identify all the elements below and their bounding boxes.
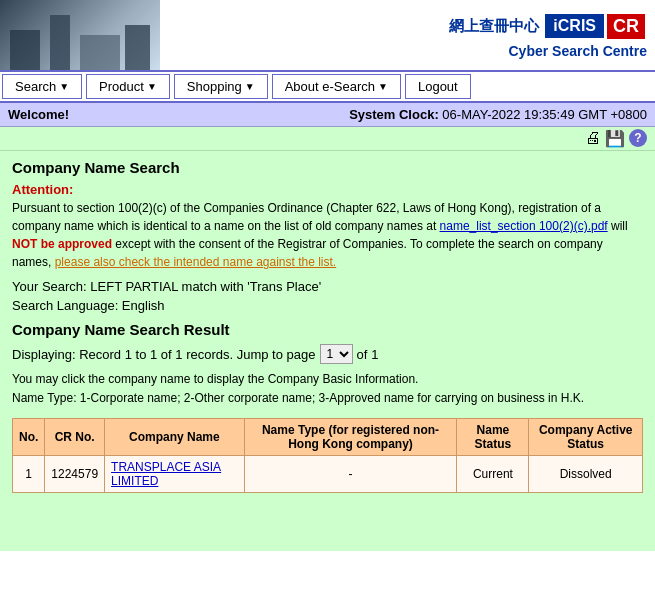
cell-no: 1 [13,456,45,493]
result-title: Company Name Search Result [12,321,643,338]
nav-logout[interactable]: Logout [405,74,471,99]
results-table: No. CR No. Company Name Name Type (for r… [12,418,643,493]
displaying-info: Displaying: Record 1 to 1 of 1 records. … [12,344,643,364]
col-no: No. [13,419,45,456]
cell-status: Current [457,456,529,493]
shopping-arrow-icon: ▼ [245,81,255,92]
click-info: You may click the company name to displa… [12,370,643,408]
attention-label: Attention: [12,182,643,197]
about-arrow-icon: ▼ [378,81,388,92]
col-active: Company Active Status [529,419,643,456]
main-content: Company Name Search Attention: Pursuant … [0,151,655,551]
page-title: Company Name Search [12,159,643,176]
attention-link[interactable]: name_list_section 100(2)(c).pdf [440,219,608,233]
save-icon[interactable]: 💾 [605,129,625,148]
cell-nametype: - [244,456,457,493]
product-arrow-icon: ▼ [147,81,157,92]
col-status: Name Status [457,419,529,456]
online-label: 網上查冊中心 [449,17,539,36]
search-arrow-icon: ▼ [59,81,69,92]
nav-product[interactable]: Product ▼ [86,74,170,99]
welcome-text: Welcome! [8,107,69,122]
system-clock: System Clock: 06-MAY-2022 19:35:49 GMT +… [349,107,647,122]
cell-active: Dissolved [529,456,643,493]
attention-body: Pursuant to section 100(2)(c) of the Com… [12,199,643,271]
cell-company-name[interactable]: TRANSPLACE ASIA LIMITED [105,456,245,493]
page-select[interactable]: 1 [320,344,353,364]
toolbar: 🖨 💾 ? [0,127,655,151]
col-cr: CR No. [45,419,105,456]
print-icon[interactable]: 🖨 [585,129,601,148]
nav-about[interactable]: About e-Search ▼ [272,74,401,99]
nav-shopping[interactable]: Shopping ▼ [174,74,268,99]
welcome-bar: Welcome! System Clock: 06-MAY-2022 19:35… [0,103,655,127]
cr-badge: CR [605,12,647,41]
icris-brand: iCRIS [545,14,604,38]
header: 網上查冊中心 iCRIS CR Cyber Search Centre [0,0,655,70]
company-name-link[interactable]: TRANSPLACE ASIA LIMITED [111,460,221,488]
search-query: Your Search: LEFT PARTIAL match with 'Tr… [12,279,643,294]
navbar: Search ▼ Product ▼ Shopping ▼ About e-Se… [0,70,655,103]
table-row: 1 1224579 TRANSPLACE ASIA LIMITED - Curr… [13,456,643,493]
search-language: Search Language: English [12,298,643,313]
header-logo [0,0,160,70]
cyber-label: Cyber Search Centre [508,43,647,59]
cell-cr: 1224579 [45,456,105,493]
help-icon[interactable]: ? [629,129,647,147]
nav-search[interactable]: Search ▼ [2,74,82,99]
not-approved-text: NOT be approved [12,237,112,251]
col-company: Company Name [105,419,245,456]
col-nametype: Name Type (for registered non-Hong Kong … [244,419,457,456]
check-name-link[interactable]: please also check the intended name agai… [55,255,337,269]
